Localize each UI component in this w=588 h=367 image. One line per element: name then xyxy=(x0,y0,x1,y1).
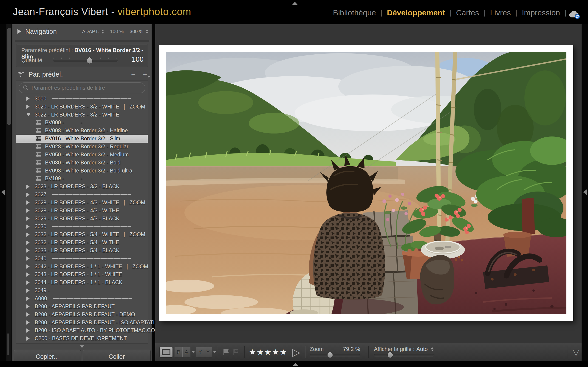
preset-group-row[interactable]: B200 - APPAREILS PAR DEFAUT - ISO ADAPTA… xyxy=(16,319,148,327)
preset-row[interactable]: BV098 - White Border 3/2 - Bold ultra xyxy=(16,167,148,175)
flag-reject-icon[interactable] xyxy=(232,348,240,356)
show-right-panel-arrow[interactable] xyxy=(583,190,587,195)
triangle-right-icon[interactable] xyxy=(26,297,30,301)
preset-group-row[interactable]: 3043 - LR BORDERS - 1 / 1 - WHITE xyxy=(16,271,148,279)
triangle-right-icon[interactable] xyxy=(26,225,30,229)
remove-preset-button[interactable]: − xyxy=(131,70,135,78)
compare-caret-icon[interactable] xyxy=(213,351,216,353)
triangle-right-icon[interactable] xyxy=(26,105,30,109)
module-tab-livres[interactable]: Livres xyxy=(490,8,511,17)
preset-group-row[interactable]: C200 - BASES DE DEVELOPPEMENT xyxy=(16,334,148,342)
toolbar-options-button[interactable]: ▽ xyxy=(573,348,579,357)
triangle-right-icon[interactable] xyxy=(26,336,30,341)
triangle-right-icon[interactable] xyxy=(26,320,30,325)
preset-group-row[interactable]: B200 - ISO ADAPT AUTO - BY PHOTOETMAC.CO… xyxy=(16,326,148,334)
panel-collapse-arrow[interactable] xyxy=(80,345,84,348)
star-rating[interactable]: ★★★★★ xyxy=(249,348,287,357)
left-panel: Navigation ADAPT. 100 % 300 % Paramètre … xyxy=(12,24,152,365)
triangle-right-icon[interactable] xyxy=(26,281,30,285)
grid-slider-thumb[interactable] xyxy=(386,351,394,359)
preset-label: 3029 - LR BORDERS - 4/3 - BLACK xyxy=(35,216,120,222)
zoom-100-mode[interactable]: 100 % xyxy=(110,29,124,34)
triangle-right-icon[interactable] xyxy=(26,312,30,317)
presets-panel-header[interactable]: Par. prédef. − + xyxy=(12,68,152,80)
quantity-slider[interactable] xyxy=(53,60,118,62)
triangle-right-icon[interactable] xyxy=(26,248,30,252)
preset-group-row[interactable]: 3027 xyxy=(16,191,148,199)
preset-group-row[interactable]: A000 xyxy=(16,294,148,302)
zoom-slider[interactable] xyxy=(310,354,360,356)
preset-group-row[interactable]: B200 - APPAREILS PAR DEFAUT xyxy=(16,302,148,311)
preset-row[interactable]: BV080 - White Border 3/2 - Bold xyxy=(16,159,148,167)
scrollbar-thumb[interactable] xyxy=(7,28,11,125)
preset-group-row[interactable]: 3042 - LR BORDERS - 1 / 1 - WHITE | ZOOM xyxy=(16,263,148,271)
grid-opacity-slider[interactable] xyxy=(374,354,434,356)
before-after-view-button[interactable]: R A xyxy=(174,347,190,357)
module-tab-developpement[interactable]: Développement xyxy=(387,8,445,17)
module-tab-cartes[interactable]: Cartes xyxy=(456,8,479,17)
show-left-panel-arrow[interactable] xyxy=(1,190,5,195)
triangle-right-icon[interactable] xyxy=(26,304,30,309)
module-separator: | xyxy=(565,9,566,17)
preset-group-row[interactable]: 3029 - LR BORDERS - 4/3 - BLACK xyxy=(16,215,148,223)
triangle-right-icon[interactable] xyxy=(26,233,30,237)
zoom-slider-thumb[interactable] xyxy=(326,351,334,359)
preset-row[interactable]: BV008 - White Border 3/2 - Hairline xyxy=(16,127,148,135)
left-panel-scrollbar[interactable] xyxy=(6,24,11,365)
preset-row[interactable]: BV109 -- xyxy=(16,175,148,183)
zoom-300-spinner-icon[interactable] xyxy=(146,30,148,33)
preset-group-row[interactable]: 3030 xyxy=(16,223,148,231)
group-divider-line xyxy=(52,226,131,227)
preset-row[interactable]: BV000 -- xyxy=(16,119,148,127)
triangle-right-icon[interactable] xyxy=(26,328,30,333)
preset-row[interactable]: BV028 - White Border 3/2 - Regular xyxy=(16,143,148,151)
preset-group-row[interactable]: 3033 - LR BORDERS - 5/4 - BLACK xyxy=(16,247,148,255)
preset-group-row[interactable]: 3032 - LR BORDERS - 5/4 - WITHE xyxy=(16,239,148,247)
triangle-right-icon[interactable] xyxy=(26,241,30,245)
preset-group-row[interactable]: B200 - APPAREILS PAR DEFAUT - DEMO xyxy=(16,311,148,319)
sync-cloud-icon[interactable] xyxy=(569,10,582,20)
triangle-right-icon[interactable] xyxy=(26,209,30,213)
triangle-right-icon[interactable] xyxy=(26,97,30,101)
triangle-right-icon[interactable] xyxy=(26,273,30,277)
preset-group-row[interactable]: 3023 - LR BORDERS - 3/2 - BLACK xyxy=(16,183,148,191)
show-filmstrip-arrow[interactable] xyxy=(293,363,298,366)
play-slideshow-button[interactable]: ▷ xyxy=(292,347,300,357)
triangle-right-icon[interactable] xyxy=(26,265,30,269)
triangle-right-icon[interactable] xyxy=(26,217,30,221)
preset-group-row[interactable]: 3032 - LR BORDERS - 5/4 - WHITE | ZOOM xyxy=(16,231,148,239)
triangle-right-icon[interactable] xyxy=(26,289,30,293)
grid-mode-value[interactable]: Auto xyxy=(416,346,428,352)
grid-mode-spinner-icon[interactable] xyxy=(431,347,434,351)
compare-view-button[interactable]: Y Y xyxy=(196,347,212,357)
zoom-fit-spinner-icon[interactable] xyxy=(101,30,104,33)
before-after-caret-icon[interactable] xyxy=(191,351,195,353)
preset-group-row[interactable]: 3040 xyxy=(16,255,148,263)
preset-group-row[interactable]: 3020 - LR BORDERS - 3/2 - WHITE | ZOOM xyxy=(16,103,148,111)
show-top-panel-arrow[interactable] xyxy=(292,2,298,5)
preset-group-row[interactable]: 3000 xyxy=(16,95,148,103)
zoom-300-mode[interactable]: 300 % xyxy=(130,29,143,34)
preset-group-row[interactable]: 3044 - LR BORDERS - 1 / 1 - BLACK xyxy=(16,278,148,286)
preset-row[interactable]: BV050 - White Border 3/2 - Medium xyxy=(16,151,148,159)
navigation-panel-header[interactable]: Navigation ADAPT. 100 % 300 % xyxy=(12,24,152,39)
module-tab-bibliotheque[interactable]: Bibliothèque xyxy=(333,8,376,17)
preset-search-field[interactable]: Paramètres prédéfinis de filtre xyxy=(19,82,145,93)
triangle-right-icon[interactable] xyxy=(26,193,30,197)
preset-group-row[interactable]: 3028 - LR BORDERS - 4/3 - WITHE xyxy=(16,207,148,215)
preset-group-row[interactable]: 3049 - xyxy=(16,286,148,294)
module-tab-impression[interactable]: Impression xyxy=(522,8,560,17)
triangle-right-icon[interactable] xyxy=(26,185,30,189)
preset-row[interactable]: BV016 - White Border 3/2 - Slim xyxy=(16,135,148,143)
triangle-right-icon[interactable] xyxy=(26,257,30,261)
panel-splitter[interactable] xyxy=(15,40,149,42)
triangle-down-icon[interactable] xyxy=(26,113,31,116)
zoom-fit-mode[interactable]: ADAPT. xyxy=(82,29,99,34)
flag-pick-icon[interactable] xyxy=(222,348,230,356)
add-preset-button[interactable]: + xyxy=(143,70,147,78)
identity-site-link[interactable]: vibertphoto.com xyxy=(118,6,191,17)
triangle-right-icon[interactable] xyxy=(26,200,30,205)
preset-group-row[interactable]: 3028 - LR BORDERS - 4/3 - WHITE | ZOOM xyxy=(16,199,148,207)
loupe-view-button[interactable] xyxy=(159,347,173,358)
preset-group-row[interactable]: 3022 - LR BORDERS - 3/2 - WHITE xyxy=(16,111,148,119)
